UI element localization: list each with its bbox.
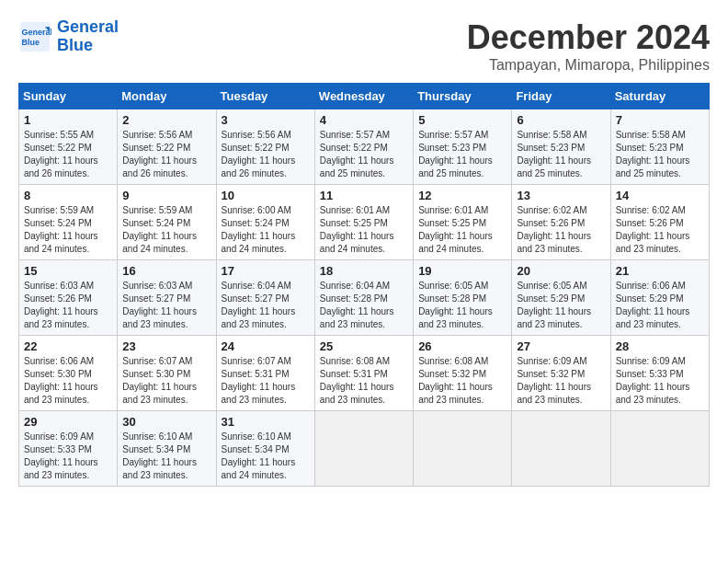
svg-text:Blue: Blue [22,38,40,47]
day-number: 28 [616,339,704,353]
col-monday: Monday [118,84,216,109]
day-info: Sunrise: 6:04 AM Sunset: 5:27 PM Dayligh… [222,280,310,331]
calendar-cell: 31Sunrise: 6:10 AM Sunset: 5:34 PM Dayli… [216,411,314,487]
calendar-week-2: 8Sunrise: 5:59 AM Sunset: 5:24 PM Daylig… [19,185,710,260]
day-number: 22 [24,339,112,353]
calendar-cell: 26Sunrise: 6:08 AM Sunset: 5:32 PM Dayli… [414,336,512,411]
day-info: Sunrise: 6:03 AM Sunset: 5:26 PM Dayligh… [24,280,112,331]
day-number: 3 [222,113,310,127]
calendar-cell: 25Sunrise: 6:08 AM Sunset: 5:31 PM Dayli… [314,336,413,411]
calendar-cell: 15Sunrise: 6:03 AM Sunset: 5:26 PM Dayli… [19,260,118,336]
calendar-table: Sunday Monday Tuesday Wednesday Thursday… [18,83,710,487]
day-number: 27 [517,339,605,353]
day-info: Sunrise: 5:59 AM Sunset: 5:24 PM Dayligh… [122,204,210,256]
day-number: 1 [24,113,112,127]
day-info: Sunrise: 5:57 AM Sunset: 5:23 PM Dayligh… [418,129,506,180]
calendar-cell: 5Sunrise: 5:57 AM Sunset: 5:23 PM Daylig… [414,109,512,185]
col-tuesday: Tuesday [216,84,314,109]
logo-icon: General Blue [18,20,51,53]
col-friday: Friday [512,84,610,109]
day-info: Sunrise: 6:09 AM Sunset: 5:33 PM Dayligh… [616,355,704,407]
day-info: Sunrise: 6:02 AM Sunset: 5:26 PM Dayligh… [517,204,605,256]
calendar-cell: 20Sunrise: 6:05 AM Sunset: 5:29 PM Dayli… [512,260,610,336]
calendar-cell: 23Sunrise: 6:07 AM Sunset: 5:30 PM Dayli… [118,336,216,411]
day-number: 14 [616,189,704,202]
header-row: Sunday Monday Tuesday Wednesday Thursday… [19,84,710,109]
calendar-cell: 11Sunrise: 6:01 AM Sunset: 5:25 PM Dayli… [314,185,413,260]
day-number: 15 [24,264,112,278]
location-title: Tampayan, Mimaropa, Philippines [467,57,710,74]
day-info: Sunrise: 6:08 AM Sunset: 5:32 PM Dayligh… [418,355,506,407]
calendar-cell: 21Sunrise: 6:06 AM Sunset: 5:29 PM Dayli… [610,260,709,336]
day-info: Sunrise: 6:00 AM Sunset: 5:24 PM Dayligh… [222,204,310,256]
day-info: Sunrise: 5:56 AM Sunset: 5:22 PM Dayligh… [122,129,210,180]
day-info: Sunrise: 6:04 AM Sunset: 5:28 PM Dayligh… [320,280,408,331]
calendar-cell [414,411,512,487]
day-number: 5 [418,113,506,127]
calendar-cell [512,411,610,487]
day-number: 31 [222,415,310,429]
day-info: Sunrise: 6:06 AM Sunset: 5:29 PM Dayligh… [616,280,704,331]
day-number: 20 [517,264,605,278]
day-number: 29 [24,415,112,429]
calendar-cell [314,411,413,487]
col-sunday: Sunday [19,84,118,109]
calendar-week-3: 15Sunrise: 6:03 AM Sunset: 5:26 PM Dayli… [19,260,710,336]
col-wednesday: Wednesday [314,84,413,109]
day-info: Sunrise: 6:03 AM Sunset: 5:27 PM Dayligh… [122,280,210,331]
calendar-week-5: 29Sunrise: 6:09 AM Sunset: 5:33 PM Dayli… [19,411,710,487]
day-number: 24 [222,339,310,353]
calendar-week-4: 22Sunrise: 6:06 AM Sunset: 5:30 PM Dayli… [19,336,710,411]
calendar-cell: 3Sunrise: 5:56 AM Sunset: 5:22 PM Daylig… [216,109,314,185]
calendar-cell: 22Sunrise: 6:06 AM Sunset: 5:30 PM Dayli… [19,336,118,411]
day-number: 23 [122,339,210,353]
day-info: Sunrise: 6:07 AM Sunset: 5:31 PM Dayligh… [222,355,310,407]
day-info: Sunrise: 6:07 AM Sunset: 5:30 PM Dayligh… [122,355,210,407]
calendar-cell: 6Sunrise: 5:58 AM Sunset: 5:23 PM Daylig… [512,109,610,185]
day-number: 17 [222,264,310,278]
calendar-cell: 8Sunrise: 5:59 AM Sunset: 5:24 PM Daylig… [19,185,118,260]
day-info: Sunrise: 5:57 AM Sunset: 5:22 PM Dayligh… [320,129,408,180]
calendar-cell: 14Sunrise: 6:02 AM Sunset: 5:26 PM Dayli… [610,185,709,260]
calendar-cell: 17Sunrise: 6:04 AM Sunset: 5:27 PM Dayli… [216,260,314,336]
calendar-cell: 9Sunrise: 5:59 AM Sunset: 5:24 PM Daylig… [118,185,216,260]
day-info: Sunrise: 6:01 AM Sunset: 5:25 PM Dayligh… [320,204,408,256]
day-info: Sunrise: 6:08 AM Sunset: 5:31 PM Dayligh… [320,355,408,407]
calendar-cell: 1Sunrise: 5:55 AM Sunset: 5:22 PM Daylig… [19,109,118,185]
day-info: Sunrise: 5:56 AM Sunset: 5:22 PM Dayligh… [222,129,310,180]
calendar-cell [610,411,709,487]
day-info: Sunrise: 5:59 AM Sunset: 5:24 PM Dayligh… [24,204,112,256]
day-number: 6 [517,113,605,127]
day-info: Sunrise: 6:09 AM Sunset: 5:32 PM Dayligh… [517,355,605,407]
calendar-cell: 2Sunrise: 5:56 AM Sunset: 5:22 PM Daylig… [118,109,216,185]
calendar-cell: 19Sunrise: 6:05 AM Sunset: 5:28 PM Dayli… [414,260,512,336]
calendar-cell: 12Sunrise: 6:01 AM Sunset: 5:25 PM Dayli… [414,185,512,260]
day-info: Sunrise: 5:55 AM Sunset: 5:22 PM Dayligh… [24,129,112,180]
day-info: Sunrise: 5:58 AM Sunset: 5:23 PM Dayligh… [517,129,605,180]
day-number: 16 [122,264,210,278]
day-number: 7 [616,113,704,127]
day-info: Sunrise: 6:05 AM Sunset: 5:28 PM Dayligh… [418,280,506,331]
day-info: Sunrise: 6:02 AM Sunset: 5:26 PM Dayligh… [616,204,704,256]
calendar-cell: 28Sunrise: 6:09 AM Sunset: 5:33 PM Dayli… [610,336,709,411]
day-number: 11 [320,189,408,202]
day-info: Sunrise: 6:10 AM Sunset: 5:34 PM Dayligh… [222,431,310,482]
calendar-cell: 13Sunrise: 6:02 AM Sunset: 5:26 PM Dayli… [512,185,610,260]
calendar-cell: 29Sunrise: 6:09 AM Sunset: 5:33 PM Dayli… [19,411,118,487]
day-info: Sunrise: 5:58 AM Sunset: 5:23 PM Dayligh… [616,129,704,180]
col-saturday: Saturday [610,84,709,109]
calendar-cell: 16Sunrise: 6:03 AM Sunset: 5:27 PM Dayli… [118,260,216,336]
page-header: General Blue General Blue December 2024 … [18,18,710,74]
day-number: 9 [122,189,210,202]
calendar-cell: 4Sunrise: 5:57 AM Sunset: 5:22 PM Daylig… [314,109,413,185]
day-number: 25 [320,339,408,353]
svg-text:General: General [22,28,51,37]
day-number: 12 [418,189,506,202]
day-number: 21 [616,264,704,278]
day-number: 13 [517,189,605,202]
logo-text: General Blue [57,18,119,55]
logo: General Blue General Blue [18,18,119,55]
day-info: Sunrise: 6:01 AM Sunset: 5:25 PM Dayligh… [418,204,506,256]
calendar-cell: 27Sunrise: 6:09 AM Sunset: 5:32 PM Dayli… [512,336,610,411]
day-number: 18 [320,264,408,278]
